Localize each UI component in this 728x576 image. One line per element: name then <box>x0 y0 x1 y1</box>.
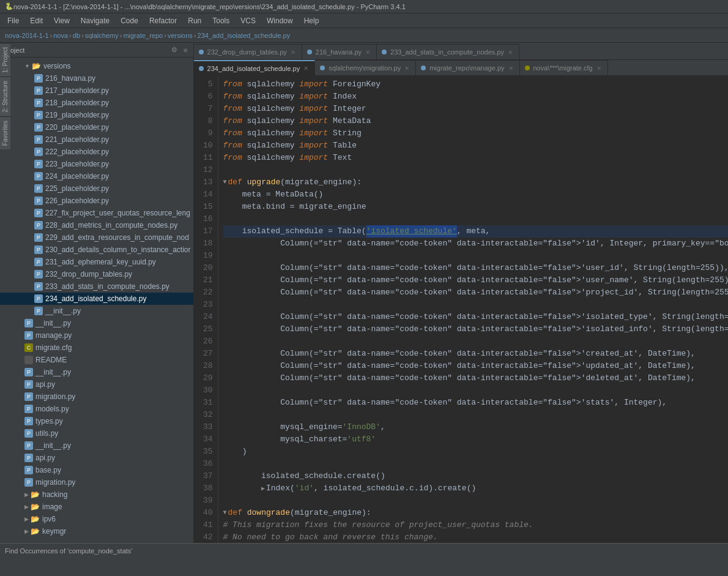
menu-item-tools[interactable]: Tools <box>207 15 234 26</box>
tree-item[interactable]: Pmanage.py <box>0 329 193 342</box>
tree-item[interactable]: Ptypes.py <box>0 415 193 427</box>
code-token: upgrade <box>247 176 281 189</box>
tree-item[interactable]: ▼📂versions <box>0 60 193 72</box>
py-icon: P <box>24 368 33 376</box>
tree-item[interactable]: P218_placeholder.py <box>0 97 193 109</box>
tab-close-btn[interactable]: ✕ <box>291 49 295 56</box>
code-line: Column(="str" data-name="code-token" dat… <box>223 274 728 286</box>
code-content[interactable]: from sqlalchemy import ForeignKeyfrom sq… <box>218 76 728 543</box>
tree-item[interactable]: P__init__.py <box>0 366 193 378</box>
tree-item[interactable]: Papi.py <box>0 452 193 464</box>
project-toolbar-btn1[interactable]: ⚙ <box>169 45 179 54</box>
breadcrumb-part-4[interactable]: migrate_repo <box>123 32 163 39</box>
breadcrumb-part-2[interactable]: db <box>73 32 80 39</box>
tree-item[interactable]: P224_placeholder.py <box>0 170 193 182</box>
code-editor[interactable]: 5678910111213141516171819202122232425262… <box>194 76 728 543</box>
tree-item[interactable]: P222_placeholder.py <box>0 146 193 158</box>
editor-tab-active[interactable]: 234_add_isolated_schedule.py✕ <box>194 60 316 75</box>
tab-close-btn[interactable]: ✕ <box>404 65 409 72</box>
menu-item-view[interactable]: View <box>49 15 75 26</box>
breadcrumb-part-1[interactable]: nova <box>53 32 68 39</box>
tree-item[interactable]: P225_placeholder.py <box>0 182 193 195</box>
line-number: 13 <box>196 176 213 189</box>
active-tab-dot <box>199 66 204 71</box>
fold-marker[interactable]: ▶ <box>261 485 265 492</box>
menu-item-refactor[interactable]: Refactor <box>144 15 182 26</box>
tree-item[interactable]: P228_add_metrics_in_compute_nodes.py <box>0 219 193 231</box>
tree-item-label: 221_placeholder.py <box>45 135 109 144</box>
tree-item[interactable]: P229_add_extra_resources_in_compute_nod <box>0 231 193 244</box>
tree-item[interactable]: ▶📂hacking <box>0 488 193 501</box>
tree-item[interactable]: Putils.py <box>0 427 193 439</box>
line-number: 20 <box>196 262 213 274</box>
editor-tab[interactable]: 232_drop_dump_tables.py✕ <box>194 44 302 59</box>
py-icon: P <box>24 405 33 413</box>
tree-item[interactable]: Pmigration.py <box>0 391 193 403</box>
tree-item[interactable]: P__init__.py <box>0 439 193 452</box>
side-label-2[interactable]: Favorites <box>0 116 10 149</box>
tree-item[interactable]: P226_placeholder.py <box>0 195 193 207</box>
menu-item-navigate[interactable]: Navigate <box>76 15 114 26</box>
menu-item-window[interactable]: Window <box>262 15 298 26</box>
side-label-1[interactable]: 2: Structure <box>0 77 10 116</box>
editor-tab[interactable]: sqlalchemy\migration.py✕ <box>315 60 416 75</box>
tree-item[interactable]: P__init__.py <box>0 305 193 317</box>
tab-close-btn[interactable]: ✕ <box>596 65 601 72</box>
code-token: Column(="str" data-name="code-token" dat… <box>223 323 653 335</box>
line-number: 5 <box>196 78 213 91</box>
breadcrumb-part-6[interactable]: 234_add_isolated_schedule.py <box>198 32 291 39</box>
fold-marker[interactable]: ▼ <box>223 176 227 189</box>
tree-item[interactable]: ▶📂ipv6 <box>0 513 193 525</box>
tree-item[interactable]: P216_havana.py <box>0 72 193 84</box>
window-title: nova-2014-1-1 - [Z:\nova-2014-1-1] - ...… <box>13 3 406 10</box>
code-line <box>223 495 728 507</box>
tree-item[interactable]: Pmigration.py <box>0 476 193 488</box>
tree-item[interactable]: P234_add_isolated_schedule.py <box>0 293 193 305</box>
tab-close-btn[interactable]: ✕ <box>508 65 513 72</box>
tree-item[interactable]: Cmigrate.cfg <box>0 342 193 354</box>
breadcrumb-part-5[interactable]: versions <box>168 32 193 39</box>
fold-marker[interactable]: ▼ <box>223 507 227 519</box>
tree-item[interactable]: Pmodels.py <box>0 403 193 415</box>
code-line: meta.bind = migrate_engine <box>223 201 728 213</box>
py-icon: P <box>34 148 43 156</box>
menu-item-vcs[interactable]: VCS <box>236 15 261 26</box>
code-token: import <box>299 103 328 115</box>
menu-item-edit[interactable]: Edit <box>25 15 48 26</box>
code-line: Column(="str" data-name="code-token" dat… <box>223 238 728 250</box>
tree-item[interactable]: ▶📂image <box>0 501 193 513</box>
tree-item[interactable]: P233_add_stats_in_compute_nodes.py <box>0 280 193 293</box>
tree-item[interactable]: P231_add_ephemeral_key_uuid.py <box>0 256 193 268</box>
tree-item[interactable]: P223_placeholder.py <box>0 158 193 170</box>
tree-item[interactable]: README <box>0 354 193 366</box>
code-token: import <box>299 115 328 127</box>
breadcrumb-part-0[interactable]: nova-2014-1-1 <box>5 32 49 39</box>
tree-item[interactable]: P220_placeholder.py <box>0 121 193 133</box>
tree-item[interactable]: P219_placeholder.py <box>0 109 193 121</box>
code-line: from sqlalchemy import Table <box>223 140 728 152</box>
menu-item-run[interactable]: Run <box>183 15 206 26</box>
tab-close-btn[interactable]: ✕ <box>508 49 513 56</box>
editor-tab[interactable]: 233_add_stats_in_compute_nodes.py✕ <box>377 44 519 59</box>
tree-item[interactable]: Pbase.py <box>0 464 193 476</box>
tree-item[interactable]: P221_placeholder.py <box>0 133 193 146</box>
tab-close-btn[interactable]: ✕ <box>365 49 370 56</box>
tree-item[interactable]: P__init__.py <box>0 317 193 329</box>
tree-item[interactable]: P232_drop_dump_tables.py <box>0 268 193 280</box>
tree-item[interactable]: Papi.py <box>0 378 193 391</box>
menu-item-file[interactable]: File <box>2 15 24 26</box>
editor-tab[interactable]: migrate_repo\manage.py✕ <box>416 60 519 75</box>
active-tab-close[interactable]: ✕ <box>303 65 308 72</box>
tree-item[interactable]: ▶📂keymgr <box>0 525 193 537</box>
editor-tab[interactable]: nova\***\migrate.cfg✕ <box>520 60 608 75</box>
project-toolbar-btn2[interactable]: ≡ <box>182 46 189 54</box>
breadcrumb-part-3[interactable]: sqlalchemy <box>85 32 119 39</box>
tree-item[interactable]: P230_add_details_column_to_instance_acti… <box>0 244 193 256</box>
code-token: 'isolated_schedule' <box>366 225 457 238</box>
tree-item[interactable]: P227_fix_project_user_quotas_resource_le… <box>0 207 193 219</box>
menu-item-code[interactable]: Code <box>116 15 143 26</box>
tree-item[interactable]: P217_placeholder.py <box>0 84 193 97</box>
menu-item-help[interactable]: Help <box>299 15 324 26</box>
editor-tab[interactable]: 216_havana.py✕ <box>302 44 377 59</box>
side-label-0[interactable]: 1: Project <box>0 43 10 77</box>
